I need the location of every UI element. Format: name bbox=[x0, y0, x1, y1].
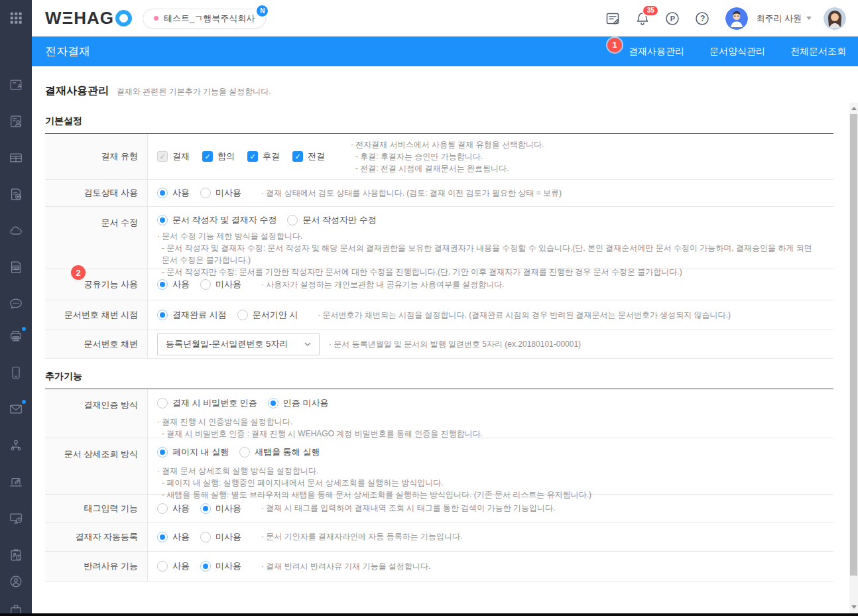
radio-view-new-tab[interactable]: 새탭을 통해 실행 bbox=[239, 446, 320, 458]
radio-icon bbox=[157, 398, 168, 408]
cloud-icon[interactable] bbox=[9, 223, 23, 238]
checkbox-arbitrary-decision[interactable]: ✓전결 bbox=[292, 151, 325, 162]
radio-view-in-page[interactable]: 페이지 내 실행 bbox=[157, 446, 229, 458]
radio-icon bbox=[287, 215, 298, 225]
radio-auth-password[interactable]: 결재 시 비밀번호 인증 bbox=[157, 397, 257, 409]
selected-format-value: 등록년월일-문서일련번호 5자리 bbox=[166, 338, 288, 350]
page-title: 결재사용관리 bbox=[45, 84, 109, 98]
row-label-numbering-time: 문서번호 채번 시점 bbox=[45, 300, 148, 330]
scroll-down-arrow[interactable] bbox=[849, 601, 858, 612]
radio-auto-register-use[interactable]: 사용 bbox=[157, 531, 190, 543]
wehago-approval-settings-screen: { "sidebar": { "icons": ["app-grid","doc… bbox=[0, 0, 858, 616]
chat-bubble-icon[interactable] bbox=[9, 296, 23, 311]
org-chart-icon[interactable] bbox=[9, 438, 23, 453]
guide-step-2-badge: 2 bbox=[71, 265, 86, 280]
numbering-time-description: · 문서번호가 채번되는 시점을 설정합니다. (결재완료 시점의 경우 반려된… bbox=[318, 310, 731, 321]
company-selector[interactable]: 테스트_ㄱ행복주식회사 N bbox=[143, 9, 266, 29]
help-icon[interactable]: ? bbox=[694, 10, 711, 27]
menu-document-forms[interactable]: 문서양식관리 bbox=[709, 46, 765, 58]
menu-all-documents[interactable]: 전체문서조회 bbox=[790, 46, 846, 58]
menu-approval-settings[interactable]: 1 결재사용관리 bbox=[629, 46, 684, 58]
radio-share-use[interactable]: 사용 bbox=[157, 278, 190, 290]
row-label-review-state: 검토상태 사용 bbox=[45, 180, 148, 206]
document-a-folder-icon[interactable]: A bbox=[9, 78, 23, 92]
mobile-phone-icon[interactable] bbox=[9, 365, 23, 380]
doc-number-format-select[interactable]: 등록년월일-문서일련번호 5자리 bbox=[157, 333, 320, 355]
scrollbar-thumb[interactable] bbox=[850, 114, 857, 576]
radio-selected-icon bbox=[200, 561, 211, 572]
service-avatar[interactable] bbox=[725, 7, 748, 30]
row-detail-view: 문서 상세조회 방식 페이지 내 실행 새탭을 통해 실행 · 결재 문서 상세… bbox=[45, 438, 833, 495]
checkbox-checked-icon: ✓ bbox=[157, 151, 168, 162]
radio-number-on-draft[interactable]: 문서기안 시 bbox=[237, 309, 298, 321]
row-label-approval-type: 결재 유형 bbox=[45, 134, 148, 179]
checkbox-approval[interactable]: ✓결재 bbox=[157, 151, 190, 162]
company-name: 테스트_ㄱ행복주식회사 bbox=[164, 13, 255, 25]
wehago-logo[interactable]: WΞHAG bbox=[45, 8, 132, 29]
app-grid-icon[interactable] bbox=[9, 11, 23, 25]
notification-dot bbox=[22, 400, 26, 404]
radio-tag-use[interactable]: 사용 bbox=[157, 503, 190, 515]
radio-selected-icon bbox=[200, 503, 211, 514]
checkbox-post-approval[interactable]: ✓후결 bbox=[247, 151, 280, 162]
radio-selected-icon bbox=[157, 188, 168, 198]
row-auth-method: 결재인증 방식 결재 시 비밀번호 인증 인증 미사용 · 결재 진행 시 인증… bbox=[45, 389, 833, 438]
svg-text:A: A bbox=[17, 84, 21, 90]
radio-review-unuse[interactable]: 미사용 bbox=[200, 187, 241, 199]
memo-icon[interactable] bbox=[604, 10, 621, 27]
company-new-badge: N bbox=[255, 4, 269, 18]
point-icon[interactable]: P bbox=[664, 10, 681, 27]
logo-o-ring-icon bbox=[115, 10, 132, 27]
logo-letter-w: W bbox=[45, 8, 62, 29]
radio-selected-icon bbox=[157, 447, 168, 458]
share-feature-description: · 사용자가 설정하는 개인보관함 내 공유기능 사용여부를 설정합니다. bbox=[261, 279, 505, 290]
svg-text:TAX: TAX bbox=[13, 267, 19, 270]
row-reject-reason: 반려사유 기능 사용 미사용 · 결재 반려시 반려사유 기재 기능을 설정합니… bbox=[45, 552, 833, 582]
radio-edit-author-only[interactable]: 문서 작성자만 수정 bbox=[287, 214, 376, 226]
chevron-down-icon[interactable] bbox=[806, 17, 812, 20]
module-menu: 1 결재사용관리 문서양식관리 전체문서조회 bbox=[603, 46, 846, 58]
scroll-up-arrow[interactable] bbox=[849, 103, 858, 113]
radio-selected-icon bbox=[157, 279, 168, 290]
auto-register-description: · 문서 기안자를 결재자라인에 자동 등록하는 기능입니다. bbox=[261, 531, 462, 542]
numbering-format-description: · 문서 등록년월일 및 문서의 발행 일련번호 5자리 (ex.2018010… bbox=[329, 339, 581, 350]
bell-icon[interactable]: 35 bbox=[634, 10, 651, 27]
checkbox-agreement[interactable]: ✓합의 bbox=[202, 151, 235, 162]
monitor-clock-icon[interactable] bbox=[9, 511, 23, 526]
radio-share-unuse[interactable]: 미사용 bbox=[200, 278, 241, 290]
row-share-feature: 2 공유기능 사용 사용 미사용 · 사용자가 설정하는 개인보관함 내 공유기… bbox=[45, 269, 833, 300]
module-header: 전자결재 1 결재사용관리 문서양식관리 전체문서조회 bbox=[32, 36, 858, 66]
mail-icon[interactable] bbox=[9, 402, 23, 416]
printer-icon[interactable] bbox=[9, 329, 23, 343]
page-title-row: 결재사용관리 결재와 관련된 기본추가 기능을 설정합니다. bbox=[45, 84, 833, 98]
extra-features-table: 결재인증 방식 결재 시 비밀번호 인증 인증 미사용 · 결재 진행 시 인증… bbox=[45, 389, 833, 582]
logo-letters-hag: HAG bbox=[74, 8, 114, 29]
ledger-table-icon[interactable] bbox=[9, 151, 23, 165]
user-name[interactable]: 최주리 사원 bbox=[756, 13, 802, 25]
row-review-state: 검토상태 사용 사용 미사용 · 결재 상태에서 검토 상태를 사용합니다. (… bbox=[45, 180, 833, 207]
radio-reject-reason-use[interactable]: 사용 bbox=[157, 560, 190, 572]
top-service-bar: WΞHAG 테스트_ㄱ행복주식회사 N 35 P ? bbox=[32, 0, 858, 36]
vertical-scrollbar[interactable] bbox=[849, 103, 858, 613]
tax-document-icon[interactable]: TAX bbox=[9, 260, 23, 275]
radio-reject-reason-unuse[interactable]: 미사용 bbox=[200, 560, 241, 572]
radio-edit-author-and-approver[interactable]: 문서 작성자 및 결재자 수정 bbox=[157, 214, 276, 226]
radio-number-on-complete[interactable]: 결재완료 시점 bbox=[157, 309, 227, 321]
page-subtitle: 결재와 관련된 기본추가 기능을 설정합니다. bbox=[117, 86, 271, 97]
laptop-edit-icon[interactable] bbox=[9, 475, 23, 489]
radio-tag-unuse[interactable]: 미사용 bbox=[200, 503, 241, 515]
radio-auth-none[interactable]: 인증 미사용 bbox=[268, 397, 329, 409]
svg-text:P: P bbox=[670, 15, 675, 23]
account-person-icon[interactable] bbox=[9, 574, 23, 589]
row-label-numbering-format: 문서번호 채번 bbox=[45, 330, 148, 358]
user-avatar[interactable] bbox=[824, 7, 846, 30]
radio-icon bbox=[237, 310, 248, 320]
radio-auto-register-unuse[interactable]: 미사용 bbox=[200, 531, 241, 543]
won-document-icon[interactable] bbox=[9, 187, 23, 202]
radio-icon bbox=[239, 447, 250, 458]
section-extra-features: 추가기능 bbox=[45, 371, 833, 383]
work-record-clock-icon[interactable] bbox=[9, 548, 23, 562]
radio-review-use[interactable]: 사용 bbox=[157, 187, 190, 199]
row-label-share-feature: 공유기능 사용 bbox=[45, 269, 148, 300]
hr-calculator-icon[interactable] bbox=[9, 114, 23, 129]
